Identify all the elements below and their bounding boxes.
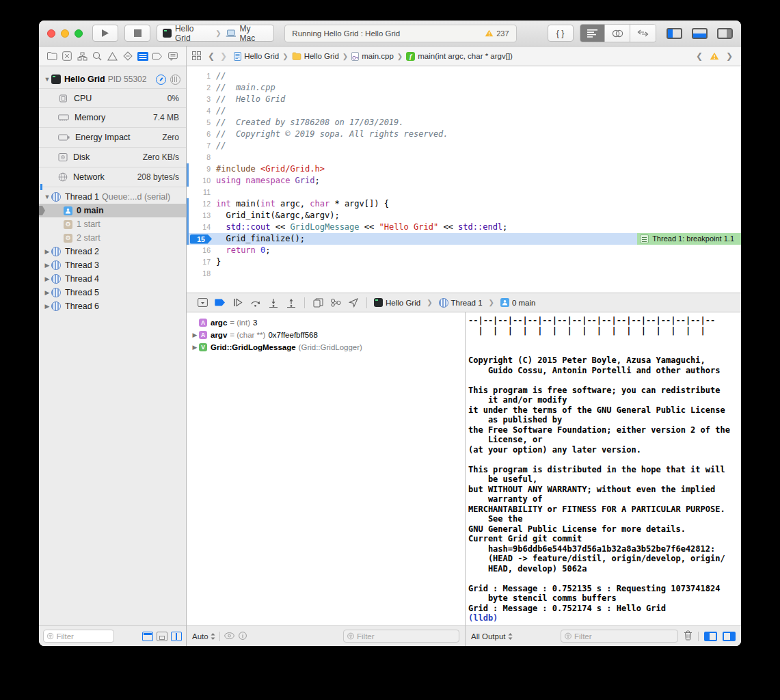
breadcrumb-item[interactable]: Hello Grid: [292, 52, 339, 60]
thread-view-toggle-icon[interactable]: [170, 75, 180, 85]
debug-view-hierarchy-button[interactable]: [309, 295, 327, 310]
standard-editor-button[interactable]: [580, 25, 606, 42]
disclosure-triangle-icon[interactable]: ▶: [43, 303, 51, 310]
breadcrumb-item[interactable]: Hello Grid: [234, 52, 279, 61]
quicklook-eye-icon[interactable]: [224, 632, 234, 641]
scheme-selector[interactable]: Hello Grid ❯ My Mac: [157, 25, 274, 42]
filter-input[interactable]: [357, 632, 455, 641]
related-items-icon[interactable]: [192, 51, 201, 62]
close-window-button[interactable]: [47, 29, 55, 38]
warning-badge[interactable]: 237: [485, 29, 509, 38]
stack-frame-row[interactable]: ⚙1 start: [39, 217, 186, 231]
line-number[interactable]: 7: [187, 140, 216, 152]
info-icon[interactable]: [239, 632, 247, 641]
breadcrumb-item[interactable]: fmain(int argc, char * argv[]): [406, 52, 513, 61]
run-button[interactable]: [92, 25, 118, 42]
disclosure-triangle-icon[interactable]: ▶: [43, 262, 51, 269]
code-line[interactable]: 18: [187, 268, 741, 280]
show-interesting-only-icon[interactable]: [142, 632, 153, 641]
code-line[interactable]: 1//: [187, 70, 741, 82]
back-button[interactable]: ❮: [208, 51, 215, 61]
console-filter-field[interactable]: [561, 630, 678, 643]
thread-row[interactable]: ▶Thread 6: [39, 299, 186, 313]
filter-input[interactable]: [574, 632, 674, 641]
step-out-button[interactable]: [282, 295, 300, 310]
find-navigator-icon[interactable]: [90, 49, 104, 63]
breakpoints-toggle-button[interactable]: [211, 295, 229, 310]
assistant-editor-button[interactable]: [605, 25, 630, 42]
code-line[interactable]: 6// Copyright © 2019 sopa. All rights re…: [187, 129, 741, 140]
navigator-filter-field[interactable]: [43, 630, 114, 643]
code-line[interactable]: 7//: [187, 140, 741, 152]
line-number[interactable]: 9: [187, 163, 216, 175]
debug-navigator-icon[interactable]: [136, 49, 150, 63]
code-line[interactable]: 15 Grid_finalize();Thread 1: breakpoint …: [187, 233, 741, 245]
line-number[interactable]: 1: [187, 70, 216, 82]
line-number[interactable]: 16: [187, 245, 216, 256]
breakpoint-navigator-icon[interactable]: [151, 49, 165, 63]
thread-row[interactable]: ▶Thread 4: [39, 272, 186, 286]
process-row[interactable]: ▼ Hello Grid PID 55302: [39, 72, 186, 87]
variable-row[interactable]: Aargc= (int)3: [187, 317, 465, 329]
thread-row[interactable]: ▶Thread 3: [39, 258, 186, 272]
disclosure-triangle-icon[interactable]: ▶: [43, 248, 51, 255]
code-line[interactable]: 2// main.cpp: [187, 82, 741, 94]
line-number[interactable]: 6: [187, 129, 216, 140]
variable-row[interactable]: ▶VGrid::GridLogMessage(Grid::GridLogger): [187, 341, 465, 353]
breadcrumb-item[interactable]: main.cpp: [351, 52, 394, 61]
library-button[interactable]: { }: [548, 25, 574, 42]
line-number[interactable]: 4: [187, 105, 216, 117]
code-line[interactable]: 12int main(int argc, char * argv[]) {: [187, 198, 741, 210]
version-editor-button[interactable]: [630, 25, 656, 42]
disclosure-triangle-icon[interactable]: ▼: [43, 193, 51, 200]
inspector-toggle-button[interactable]: [717, 28, 733, 39]
simulate-location-button[interactable]: [345, 295, 362, 310]
code-line[interactable]: 9#include <Grid/Grid.h>: [187, 163, 741, 175]
disclosure-triangle-icon[interactable]: ▼: [43, 76, 51, 83]
stack-frame-row[interactable]: ⚙2 start: [39, 231, 186, 245]
line-number[interactable]: 14: [187, 221, 216, 233]
step-over-button[interactable]: [247, 295, 265, 310]
debug-breadcrumb-item[interactable]: 0 main: [500, 298, 536, 307]
variables-scope-popup[interactable]: Auto: [192, 632, 215, 641]
forward-button[interactable]: ❯: [220, 51, 227, 61]
hide-debug-area-button[interactable]: [193, 295, 211, 310]
issue-navigator-icon[interactable]: [105, 49, 119, 63]
line-number[interactable]: 13: [187, 210, 216, 221]
gauge-row-disk[interactable]: DiskZero KB/s: [39, 148, 186, 167]
memory-graph-button[interactable]: [327, 295, 345, 310]
variable-row[interactable]: ▶Aargv= (char **)0x7ffeefbff568: [187, 329, 465, 341]
line-number[interactable]: 2: [187, 82, 216, 94]
thread-row[interactable]: ▶Thread 5: [39, 286, 186, 299]
disclosure-triangle-icon[interactable]: ▶: [43, 275, 51, 282]
gauge-row-energy-impact[interactable]: Energy ImpactZero: [39, 128, 186, 148]
code-line[interactable]: 11: [187, 187, 741, 198]
line-number[interactable]: 8: [187, 152, 216, 163]
gauge-row-network[interactable]: Network208 bytes/s: [39, 167, 186, 187]
line-number[interactable]: 5: [187, 117, 216, 129]
disclosure-triangle-icon[interactable]: ▶: [43, 289, 51, 296]
step-into-button[interactable]: [265, 295, 282, 310]
console-pane-toggle-icon[interactable]: [723, 632, 736, 641]
line-number[interactable]: 12: [187, 198, 216, 210]
code-line[interactable]: 13 Grid_init(&argc,&argv);: [187, 210, 741, 221]
code-line[interactable]: 17}: [187, 256, 741, 268]
navigator-toggle-button[interactable]: [667, 28, 682, 39]
previous-issue-button[interactable]: ❮: [696, 51, 703, 61]
minimize-window-button[interactable]: [61, 29, 69, 38]
debug-breadcrumb-item[interactable]: Thread 1: [439, 298, 483, 308]
gauge-row-memory[interactable]: Memory7.4 MB: [39, 108, 186, 128]
show-crashed-threads-icon[interactable]: [157, 632, 167, 641]
code-line[interactable]: 8: [187, 152, 741, 163]
line-number[interactable]: 11: [187, 187, 216, 198]
code-line[interactable]: 3// Hello Grid: [187, 94, 741, 105]
gauge-row-cpu[interactable]: CPU0%: [39, 88, 186, 108]
continue-button[interactable]: [229, 295, 247, 310]
filter-input[interactable]: [56, 632, 110, 641]
clear-console-button[interactable]: [684, 630, 692, 642]
symbol-navigator-icon[interactable]: [75, 49, 89, 63]
breakpoint-badge[interactable]: 15: [187, 233, 216, 245]
thread-row[interactable]: ▶Thread 2: [39, 245, 186, 258]
project-navigator-icon[interactable]: [45, 49, 59, 63]
code-line[interactable]: 16 return 0;: [187, 245, 741, 256]
